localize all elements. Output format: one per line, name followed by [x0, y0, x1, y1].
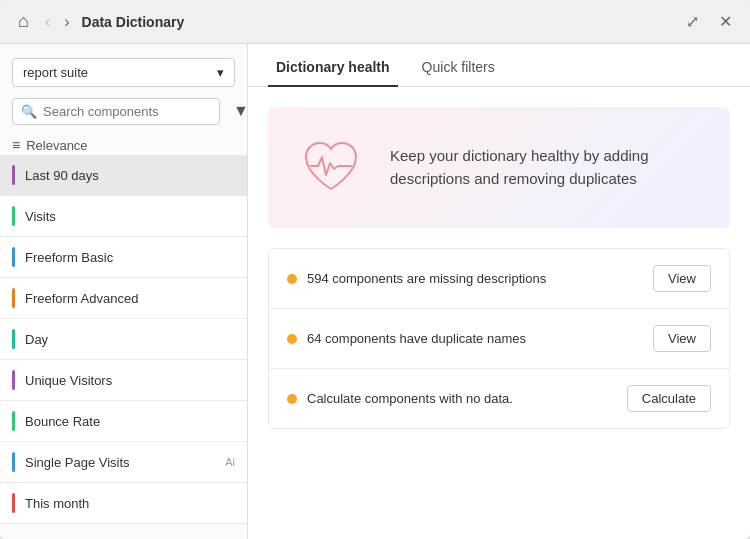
forward-button[interactable]: › — [60, 11, 73, 33]
color-bar — [12, 370, 15, 390]
color-bar — [12, 411, 15, 431]
back-button[interactable]: ‹ — [41, 11, 54, 33]
issue-text: 594 components are missing descriptions — [307, 271, 643, 286]
issue-item: 64 components have duplicate namesView — [269, 309, 729, 369]
issue-dot — [287, 274, 297, 284]
color-bar — [12, 452, 15, 472]
issue-item: 594 components are missing descriptionsV… — [269, 249, 729, 309]
list-item[interactable]: Visits — [0, 196, 247, 237]
issue-text: Calculate components with no data. — [307, 391, 617, 406]
tab-quick-filters[interactable]: Quick filters — [414, 45, 503, 87]
relevance-row: ≡ Relevance — [0, 133, 247, 155]
list-item-label: Freeform Advanced — [25, 291, 235, 306]
color-bar — [12, 288, 15, 308]
window-title: Data Dictionary — [82, 14, 185, 30]
color-bar — [12, 247, 15, 267]
health-banner-text: Keep your dictionary healthy by adding d… — [390, 145, 702, 190]
list-item-label: Unique Visitors — [25, 373, 235, 388]
issue-item: Calculate components with no data.Calcul… — [269, 369, 729, 428]
list-item-label: Bounce Rate — [25, 414, 235, 429]
issue-text: 64 components have duplicate names — [307, 331, 643, 346]
issue-action-button[interactable]: View — [653, 265, 711, 292]
list-item[interactable]: Day — [0, 319, 247, 360]
list-item-label: Day — [25, 332, 235, 347]
list-item[interactable]: Freeform Basic — [0, 237, 247, 278]
search-box: 🔍 — [12, 98, 220, 125]
list-item-label: Freeform Basic — [25, 250, 235, 265]
list-item[interactable]: This month — [0, 483, 247, 524]
home-button[interactable]: ⌂ — [12, 9, 35, 34]
issue-dot — [287, 394, 297, 404]
adobe-icon: Ai — [225, 456, 235, 468]
list-item[interactable]: Single Page VisitsAi — [0, 442, 247, 483]
sidebar-controls: report suite ▾ 🔍 ▼ — [0, 44, 247, 133]
list-item-label: Single Page Visits — [25, 455, 225, 470]
tabs: Dictionary healthQuick filters — [248, 44, 750, 87]
panel-content: Keep your dictionary healthy by adding d… — [248, 87, 750, 539]
search-icon: 🔍 — [21, 104, 37, 119]
health-icon-wrap — [296, 131, 366, 204]
issue-action-button[interactable]: Calculate — [627, 385, 711, 412]
list-item[interactable]: Freeform Advanced — [0, 278, 247, 319]
search-row: 🔍 ▼ — [12, 97, 235, 125]
maximize-button[interactable]: ⤢ — [680, 10, 705, 33]
tab-dictionary-health[interactable]: Dictionary health — [268, 45, 398, 87]
health-banner: Keep your dictionary healthy by adding d… — [268, 107, 730, 228]
search-input[interactable] — [43, 104, 211, 119]
report-suite-label: report suite — [23, 65, 88, 80]
component-list: Last 90 daysVisitsFreeform BasicFreeform… — [0, 155, 247, 539]
main-content: report suite ▾ 🔍 ▼ ≡ Relevance — [0, 44, 750, 539]
window-actions: ⤢ ✕ — [680, 10, 738, 33]
health-icon — [296, 131, 366, 201]
close-button[interactable]: ✕ — [713, 10, 738, 33]
right-panel: Dictionary healthQuick filters Keep your… — [248, 44, 750, 539]
issue-dot — [287, 334, 297, 344]
issues-list: 594 components are missing descriptionsV… — [268, 248, 730, 429]
list-item[interactable]: Bounce Rate — [0, 401, 247, 442]
color-bar — [12, 493, 15, 513]
list-item-label: Last 90 days — [25, 168, 235, 183]
color-bar — [12, 206, 15, 226]
list-item[interactable]: Last 90 days — [0, 155, 247, 196]
issue-action-button[interactable]: View — [653, 325, 711, 352]
sidebar: report suite ▾ 🔍 ▼ ≡ Relevance — [0, 44, 248, 539]
color-bar — [12, 165, 15, 185]
relevance-label: Relevance — [26, 138, 87, 153]
list-item-label: Visits — [25, 209, 235, 224]
app-window: ⌂ ‹ › Data Dictionary ⤢ ✕ report suite ▾… — [0, 0, 750, 539]
titlebar: ⌂ ‹ › Data Dictionary ⤢ ✕ — [0, 0, 750, 44]
color-bar — [12, 329, 15, 349]
chevron-down-icon: ▾ — [217, 65, 224, 80]
filter-icon: ▼ — [233, 102, 249, 119]
report-suite-dropdown[interactable]: report suite ▾ — [12, 58, 235, 87]
sort-icon: ≡ — [12, 137, 20, 153]
list-item[interactable]: Unique Visitors — [0, 360, 247, 401]
nav-controls: ⌂ ‹ › — [12, 9, 74, 34]
list-item-label: This month — [25, 496, 235, 511]
